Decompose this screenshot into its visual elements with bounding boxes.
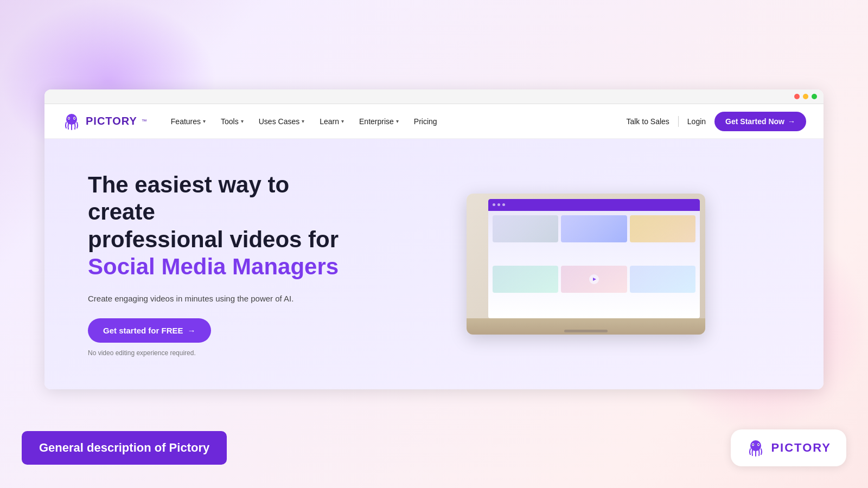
browser-window: PICTORY ™ Features ▾ Tools ▾ Uses Cases … [44,89,824,389]
hero-left: The easiest way to create professional v… [88,171,359,357]
annotation-logo: PICTORY [731,429,846,466]
nav-label-tools: Tools [221,117,239,126]
browser-dot-yellow[interactable] [803,94,808,99]
hero-note: No video editing experience required. [88,349,359,357]
laptop-mockup [467,194,705,335]
nav-label-enterprise: Enterprise [359,117,394,126]
learn-chevron-icon: ▾ [341,118,344,124]
nav-right: Talk to Sales Login Get Started Now → [626,112,806,131]
hero-cta-arrow-icon: → [188,326,196,335]
play-icon [589,274,599,285]
browser-dot-red[interactable] [794,94,800,99]
logo-tm: ™ [142,118,147,124]
cta-label: Get Started Now [725,117,784,126]
svg-point-5 [589,274,599,284]
svg-point-11 [758,444,759,445]
laptop-hinge [564,330,608,332]
nav-item-learn[interactable]: Learn ▾ [313,113,350,130]
cta-arrow-icon: → [788,117,795,126]
get-started-now-button[interactable]: Get Started Now → [714,112,806,131]
hero-title-line2: professional videos for [88,227,339,252]
svg-marker-6 [593,278,596,281]
login-link[interactable]: Login [687,117,706,126]
hero-subtitle: Create engaging videos in minutes using … [88,294,359,303]
hero-cta-label: Get started for FREE [103,326,183,335]
nav-label-learn: Learn [320,117,339,126]
nav-label-features: Features [171,117,201,126]
svg-point-0 [66,114,77,125]
browser-dot-green[interactable] [812,94,817,99]
enterprise-chevron-icon: ▾ [396,118,399,124]
hero-title: The easiest way to create professional v… [88,171,359,281]
mock-dot-2 [497,203,500,206]
nav-item-enterprise[interactable]: Enterprise ▾ [353,113,405,130]
svg-point-10 [752,444,754,445]
svg-point-7 [750,440,761,451]
mock-card-3 [630,215,695,242]
nav-divider [678,116,679,127]
laptop-content [488,211,700,318]
laptop-screen [488,199,700,318]
nav-item-pricing[interactable]: Pricing [407,113,444,130]
svg-point-3 [68,118,69,119]
laptop-base [467,318,705,335]
uses-cases-chevron-icon: ▾ [302,118,304,124]
nav-item-uses-cases[interactable]: Uses Cases ▾ [252,113,311,130]
mock-dot-3 [502,203,505,206]
hero-section: The easiest way to create professional v… [44,139,824,389]
logo-text: PICTORY [86,115,137,127]
browser-chrome [44,89,824,104]
annotation-logo-icon [746,438,765,458]
mock-card-6 [630,266,695,293]
tools-chevron-icon: ▾ [241,118,244,124]
nav-label-pricing: Pricing [414,117,437,126]
nav-links: Features ▾ Tools ▾ Uses Cases ▾ Learn ▾ … [164,113,627,130]
laptop-screen-inner [488,199,700,318]
mock-dot-1 [493,203,495,206]
svg-point-4 [74,118,75,119]
hero-right [392,194,780,335]
annotation-description-label: General description of Pictory [22,431,227,465]
annotation-bar: General description of Pictory PICTORY [0,429,868,466]
hero-title-accent: Social Media Managers [88,253,359,280]
browser-controls [794,94,817,99]
talk-to-sales-link[interactable]: Talk to Sales [626,117,669,126]
get-started-free-button[interactable]: Get started for FREE → [88,318,211,343]
hero-title-line1: The easiest way to create [88,172,289,224]
mock-card-1 [493,215,558,242]
nav-item-tools[interactable]: Tools ▾ [214,113,250,130]
nav-item-features[interactable]: Features ▾ [164,113,212,130]
navbar: PICTORY ™ Features ▾ Tools ▾ Uses Cases … [44,104,824,139]
laptop-nav-mock [488,199,700,211]
mock-card-5 [561,266,627,293]
nav-label-uses-cases: Uses Cases [259,117,299,126]
logo-area[interactable]: PICTORY ™ [62,112,147,131]
pictory-logo-icon [62,112,81,131]
features-chevron-icon: ▾ [203,118,206,124]
annotation-logo-text: PICTORY [771,441,831,455]
mock-card-4 [493,266,558,293]
mock-card-2 [561,215,627,242]
